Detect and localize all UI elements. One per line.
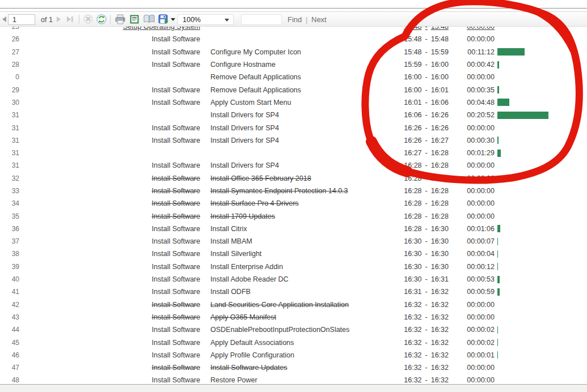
step-type: Install Software xyxy=(19,212,200,220)
table-row: 37 Install Software Install MBAM 16:30 -… xyxy=(0,235,587,248)
start-time: 16:28 xyxy=(404,199,421,207)
time-dash: - xyxy=(425,137,428,144)
step-type: Install Software xyxy=(19,263,200,271)
start-time: 15:59 xyxy=(404,61,421,69)
time-dash: - xyxy=(425,187,428,195)
start-time: 15:48 xyxy=(404,48,421,56)
start-time: 16:28 xyxy=(404,212,421,220)
time-range: 16:32 - 16:32 xyxy=(375,313,449,321)
time-dash: - xyxy=(425,48,428,56)
step-name: Install Drivers for SP4 xyxy=(210,111,375,119)
horizontal-scrollbar-track[interactable] xyxy=(0,384,587,392)
time-range: 16:32 - 16:32 xyxy=(375,339,449,347)
duration-bar xyxy=(497,263,498,270)
end-time: 16:26 xyxy=(431,124,449,132)
end-time: 15:48 xyxy=(431,35,449,43)
step-type: Install Software xyxy=(19,35,200,43)
page-setup-icon[interactable] xyxy=(143,14,155,24)
step-name: Install Symantec Endpoint Protection 14.… xyxy=(210,187,375,195)
duration: 00:00:30 xyxy=(449,137,495,144)
start-time: 15:48 xyxy=(404,35,421,43)
duration: 00:11:12 xyxy=(449,48,495,56)
duration-bar xyxy=(497,238,498,245)
refresh-icon[interactable] xyxy=(96,14,107,24)
step-type: Install Software xyxy=(19,326,200,334)
table-row: 44 Install Software OSDEnablePrebootInpu… xyxy=(0,323,587,336)
step-name: Install Silverlight xyxy=(210,250,375,258)
time-range: 15:48 - 15:59 xyxy=(375,48,449,56)
duration-bar xyxy=(497,86,499,93)
step-name: OSDEnablePrebootInputProtectionOnSlates xyxy=(210,326,375,334)
table-row: 30 Install Software Apply Custom Start M… xyxy=(0,96,587,109)
end-time: 15:59 xyxy=(431,48,449,56)
start-time: 16:32 xyxy=(404,364,421,372)
row-number: 41 xyxy=(0,288,19,296)
cancel-icon[interactable] xyxy=(83,14,93,24)
step-name: Apply Custom Start Menu xyxy=(210,99,375,106)
step-type: Install Software xyxy=(19,301,200,309)
step-name: Install Drivers for SP4 xyxy=(210,137,375,144)
step-type: Install Software xyxy=(19,275,200,283)
time-dash: - xyxy=(425,124,428,132)
end-time: 16:28 xyxy=(431,174,449,182)
row-number: 29 xyxy=(0,86,19,94)
time-range: 16:27 - 16:28 xyxy=(375,149,449,157)
time-range: 16:30 - 16:30 xyxy=(375,250,449,258)
next-link[interactable]: Next xyxy=(311,15,327,24)
end-time: 16:26 xyxy=(431,111,449,119)
next-page-icon[interactable] xyxy=(56,16,62,23)
time-range: 16:31 - 16:32 xyxy=(375,288,449,296)
step-type: Install Software xyxy=(19,124,200,132)
step-type: Install Software xyxy=(19,225,200,233)
start-time: 16:30 xyxy=(404,263,421,271)
time-dash: - xyxy=(425,313,428,321)
time-dash: - xyxy=(425,225,428,233)
duration: 00:04:48 xyxy=(449,99,495,106)
row-number: 44 xyxy=(0,326,19,334)
step-name: Apply Default Associations xyxy=(210,339,375,347)
time-dash: - xyxy=(425,275,428,283)
step-type: Install Software xyxy=(19,250,200,258)
search-input[interactable] xyxy=(241,14,282,25)
start-time: 16:28 xyxy=(404,161,421,169)
time-range: 16:28 - 16:28 xyxy=(375,161,449,169)
time-dash: - xyxy=(425,250,428,258)
table-row: 31 Install Drivers for SP4 16:06 - 16:26… xyxy=(0,109,587,121)
time-range: 16:32 - 16:32 xyxy=(375,376,449,384)
time-dash: - xyxy=(425,61,428,69)
row-number: 48 xyxy=(0,376,19,384)
row-number: 47 xyxy=(0,364,19,372)
end-time: 16:28 xyxy=(431,161,449,169)
export-icon[interactable] xyxy=(158,14,169,24)
time-range: 16:01 - 16:06 xyxy=(375,99,449,106)
step-type: Install Software xyxy=(19,174,200,182)
row-number: 28 xyxy=(0,61,19,69)
page-number-input[interactable] xyxy=(8,14,35,25)
report-viewer-window: 25 Setup Operating System 15:48 - 15:48 … xyxy=(0,0,587,392)
dropdown-caret-icon[interactable] xyxy=(171,18,175,21)
step-type: Install Software xyxy=(19,313,200,321)
time-dash: - xyxy=(425,376,428,384)
step-name: Install ODFB xyxy=(210,288,375,296)
end-time: 16:32 xyxy=(431,364,449,372)
zoom-caret-icon xyxy=(225,19,229,22)
row-number: 39 xyxy=(0,263,19,271)
end-time: 16:30 xyxy=(431,250,449,258)
step-type: Install Software xyxy=(19,137,200,144)
find-link[interactable]: Find xyxy=(288,15,302,24)
duration: 00:00:00 xyxy=(449,364,495,372)
prev-page-icon[interactable] xyxy=(1,16,7,23)
report-toolbar: of 1 xyxy=(0,0,587,27)
start-time: 16:32 xyxy=(404,351,421,359)
last-page-icon[interactable] xyxy=(66,16,74,23)
time-range: 16:28 - 16:28 xyxy=(375,212,449,220)
time-dash: - xyxy=(425,212,428,220)
duration: 00:00:35 xyxy=(449,86,495,94)
print-icon[interactable] xyxy=(115,14,126,24)
duration: 00:00:00 xyxy=(449,187,495,195)
print-layout-icon[interactable] xyxy=(129,14,140,24)
end-time: 16:01 xyxy=(431,86,449,94)
table-row: 31 Install Software Install Drivers for … xyxy=(0,121,587,134)
row-number: 31 xyxy=(0,111,19,119)
zoom-select[interactable]: 100% xyxy=(178,14,234,25)
